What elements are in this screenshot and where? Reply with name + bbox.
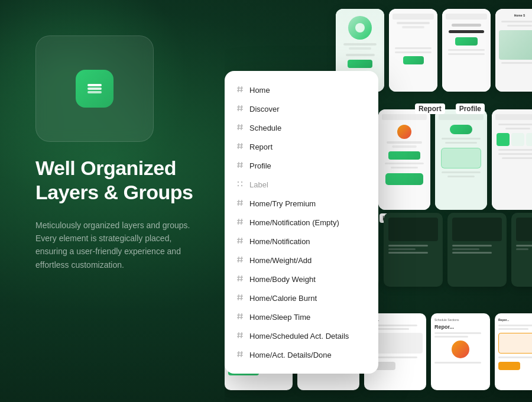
svg-line-62 bbox=[241, 351, 242, 357]
layers-icon bbox=[85, 79, 104, 98]
svg-line-29 bbox=[238, 200, 239, 206]
layer-item-report[interactable]: Report bbox=[225, 137, 378, 156]
layer-icon-home-notification-empty bbox=[236, 217, 244, 228]
schedule-card-report: Schedule Sections Repor... bbox=[431, 313, 490, 390]
layer-label-schedule: Schedule bbox=[249, 124, 281, 132]
layer-label-home-weight-add: Home/Weight/Add bbox=[249, 256, 312, 265]
layer-item-home[interactable]: Home bbox=[225, 80, 378, 99]
layer-label-home-act-details-done: Home/Act. Details/Done bbox=[249, 351, 332, 359]
layer-item-home-weight-add[interactable]: Home/Weight/Add bbox=[225, 251, 378, 270]
lesson-card-4 bbox=[511, 213, 532, 287]
layer-item-discover[interactable]: Discover bbox=[225, 99, 378, 118]
layer-item-home-notification[interactable]: Home/Notification bbox=[225, 232, 378, 251]
layer-icon-home-notification bbox=[236, 236, 244, 247]
layer-icon-profile bbox=[236, 160, 244, 171]
svg-line-33 bbox=[238, 219, 239, 225]
screenshot-phone-4: Home S bbox=[495, 9, 532, 92]
lesson-card-3 bbox=[447, 213, 507, 287]
svg-line-30 bbox=[241, 200, 242, 206]
phone-screen-4: Home S bbox=[495, 9, 532, 92]
heading-text: Well Organized Layers & Groups bbox=[35, 156, 195, 205]
layer-icon-label bbox=[236, 179, 244, 190]
layer-label-home-calorie-burnt: Home/Calorie Burnt bbox=[249, 294, 317, 303]
schedule-card-3: Repor... bbox=[495, 313, 532, 390]
layer-icon-home-body-weight bbox=[236, 274, 244, 284]
middle-screen-1 bbox=[378, 109, 430, 210]
svg-line-49 bbox=[238, 294, 239, 300]
layer-label-profile: Profile bbox=[249, 161, 271, 170]
layer-icon-home bbox=[236, 85, 244, 95]
middle-screenshots: Home Caloric Burnt bbox=[378, 109, 532, 210]
svg-line-50 bbox=[241, 294, 242, 300]
report-label: Report bbox=[415, 103, 445, 114]
svg-line-17 bbox=[238, 143, 239, 149]
layer-icon-home-act-details-done bbox=[236, 349, 244, 360]
layer-item-schedule[interactable]: Schedule bbox=[225, 118, 378, 137]
svg-rect-0 bbox=[87, 91, 102, 93]
svg-line-13 bbox=[238, 124, 239, 130]
screenshot-phone-3 bbox=[442, 9, 491, 92]
middle-phone-1 bbox=[378, 109, 430, 210]
svg-point-25 bbox=[238, 185, 239, 186]
svg-line-54 bbox=[241, 313, 242, 319]
svg-line-61 bbox=[238, 351, 239, 357]
layer-label-home-notification: Home/Notification bbox=[249, 237, 310, 246]
profile-label: Profile bbox=[456, 103, 485, 114]
layer-icon-home-sleep-time bbox=[236, 312, 244, 322]
svg-line-37 bbox=[238, 238, 239, 244]
layer-icon-discover bbox=[236, 103, 244, 114]
left-panel: Well Organized Layers & Groups Meticulou… bbox=[0, 0, 225, 295]
main-container: Well Organized Layers & Groups Meticulou… bbox=[0, 0, 532, 402]
layer-item-home-sleep-time[interactable]: Home/Sleep Time bbox=[225, 307, 378, 326]
svg-line-5 bbox=[238, 86, 239, 92]
middle-screen-2 bbox=[435, 109, 487, 210]
svg-line-38 bbox=[241, 238, 242, 244]
layer-item-home-notification-empty[interactable]: Home/Notification (Empty) bbox=[225, 213, 378, 232]
layer-icon-report bbox=[236, 141, 244, 152]
layer-label-discover: Discover bbox=[249, 105, 280, 114]
svg-line-58 bbox=[241, 332, 242, 338]
layer-item-home-try-premium[interactable]: Home/Try Premium bbox=[225, 194, 378, 213]
svg-line-34 bbox=[241, 219, 242, 225]
layer-item-home-scheduled-act[interactable]: Home/Scheduled Act. Details bbox=[225, 326, 378, 345]
description-text: Meticulously organized layers and groups… bbox=[35, 219, 195, 272]
heading: Well Organized Layers & Groups bbox=[35, 156, 195, 205]
svg-line-41 bbox=[238, 257, 239, 262]
layer-label-home-sleep-time: Home/Sleep Time bbox=[249, 313, 310, 322]
layer-label-report: Report bbox=[249, 142, 273, 151]
screenshot-phone-2 bbox=[389, 9, 437, 92]
layers-panel: HomeDiscoverScheduleReportProfileLabelHo… bbox=[225, 71, 378, 374]
middle-phone-3 bbox=[492, 109, 532, 210]
layer-item-label[interactable]: Label bbox=[225, 175, 378, 194]
layer-label-home: Home bbox=[249, 86, 270, 95]
layer-item-home-body-weight[interactable]: Home/Body Weight bbox=[225, 270, 378, 288]
layer-icon-home-weight-add bbox=[236, 255, 244, 265]
layer-label-home-notification-empty: Home/Notification (Empty) bbox=[249, 218, 339, 227]
svg-line-22 bbox=[241, 162, 242, 168]
svg-point-23 bbox=[238, 181, 239, 183]
svg-line-18 bbox=[241, 143, 242, 149]
app-icon-card bbox=[35, 35, 154, 142]
layer-label-home-try-premium: Home/Try Premium bbox=[249, 199, 316, 208]
phone-screen-2 bbox=[389, 9, 437, 92]
report-profile-header: Report Profile bbox=[415, 103, 485, 114]
layer-icon-schedule bbox=[236, 122, 244, 133]
lesson-card-2 bbox=[384, 213, 443, 287]
layer-label-home-body-weight: Home/Body Weight bbox=[249, 275, 316, 284]
layer-item-home-act-details-done[interactable]: Home/Act. Details/Done bbox=[225, 345, 378, 364]
layer-item-profile[interactable]: Profile bbox=[225, 156, 378, 175]
layer-icon-home-try-premium bbox=[236, 198, 244, 209]
middle-screen-3 bbox=[492, 109, 532, 210]
right-panel: HomeDiscoverScheduleReportProfileLabelHo… bbox=[225, 0, 532, 402]
svg-line-46 bbox=[241, 275, 242, 281]
svg-rect-1 bbox=[87, 87, 102, 90]
svg-line-10 bbox=[241, 105, 242, 111]
svg-line-42 bbox=[241, 257, 242, 262]
svg-point-26 bbox=[241, 185, 242, 186]
svg-line-53 bbox=[238, 313, 239, 319]
svg-line-6 bbox=[241, 86, 242, 92]
svg-line-45 bbox=[238, 275, 239, 281]
svg-line-14 bbox=[241, 124, 242, 130]
phone-screen-3 bbox=[442, 9, 491, 92]
layer-item-home-calorie-burnt[interactable]: Home/Calorie Burnt bbox=[225, 288, 378, 307]
